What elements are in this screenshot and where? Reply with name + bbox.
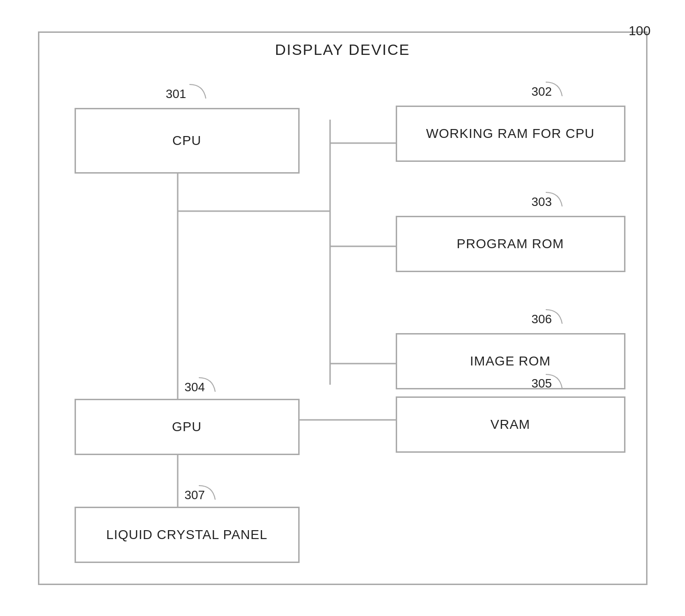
- ref-100: 100: [629, 23, 651, 38]
- ref-304: 304: [185, 380, 205, 395]
- working-ram-block: WORKING RAM FOR CPU: [396, 106, 625, 162]
- ref-306: 306: [532, 312, 552, 327]
- image-rom-block: IMAGE ROM: [396, 333, 625, 389]
- page-wrapper: 100 DISPLAY DEVICE CPU: [0, 0, 685, 616]
- working-ram-label: WORKING RAM FOR CPU: [426, 126, 595, 141]
- ref-305: 305: [532, 376, 552, 391]
- ref-307: 307: [185, 488, 205, 502]
- program-rom-label: PROGRAM ROM: [457, 236, 564, 251]
- lcd-label: LIQUID CRYSTAL PANEL: [106, 527, 267, 542]
- display-device-label: DISPLAY DEVICE: [275, 41, 410, 59]
- vram-label: VRAM: [490, 417, 530, 432]
- vram-block: VRAM: [396, 396, 625, 453]
- lcd-block: LIQUID CRYSTAL PANEL: [75, 507, 300, 563]
- cpu-block: CPU: [75, 108, 300, 174]
- image-rom-label: IMAGE ROM: [470, 354, 550, 369]
- gpu-block: GPU: [75, 399, 300, 455]
- cpu-label: CPU: [172, 133, 201, 148]
- diagram-container: 100 DISPLAY DEVICE CPU: [38, 31, 647, 585]
- ref-301: 301: [166, 87, 186, 101]
- ref-303: 303: [532, 195, 552, 209]
- ref-302: 302: [532, 84, 552, 99]
- gpu-label: GPU: [172, 419, 202, 434]
- program-rom-block: PROGRAM ROM: [396, 216, 625, 272]
